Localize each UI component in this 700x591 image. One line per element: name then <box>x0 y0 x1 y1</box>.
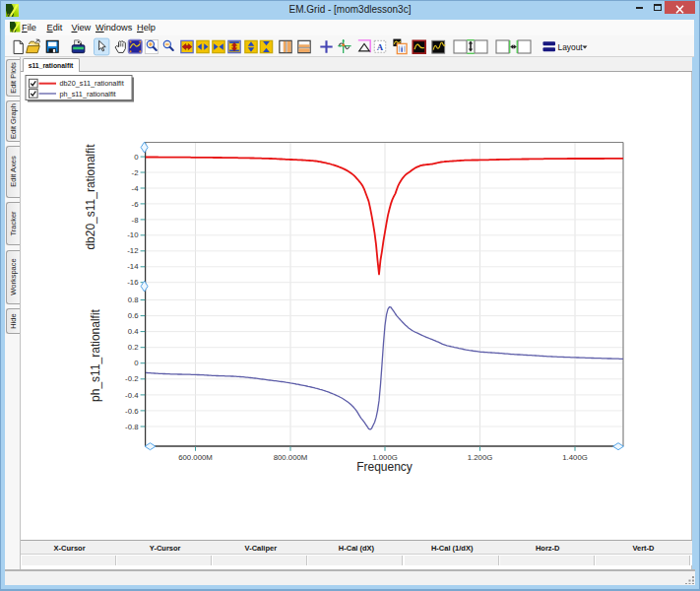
svg-text:ph_s11_rationalfit: ph_s11_rationalfit <box>89 308 102 402</box>
svg-text:0.4: 0.4 <box>128 327 140 336</box>
svg-text:0.2: 0.2 <box>128 343 139 352</box>
svg-text:-14: -14 <box>127 262 139 271</box>
svg-text:-16: -16 <box>127 278 138 287</box>
svg-text:-0.2: -0.2 <box>125 374 138 383</box>
svg-text:ph_s11_rationalfit: ph_s11_rationalfit <box>60 90 116 98</box>
svg-text:-0.6: -0.6 <box>125 407 138 416</box>
svg-text:-10: -10 <box>127 230 139 239</box>
svg-text:-8: -8 <box>132 216 139 225</box>
svg-text:1.400G: 1.400G <box>562 453 588 462</box>
svg-text:1.200G: 1.200G <box>468 453 493 462</box>
svg-text:db20_s11_rationalfit: db20_s11_rationalfit <box>60 79 124 88</box>
svg-text:Frequency: Frequency <box>356 460 413 474</box>
svg-text:db20_s11_rationalfit: db20_s11_rationalfit <box>84 144 97 250</box>
svg-text:600.000M: 600.000M <box>178 453 213 462</box>
svg-text:0: 0 <box>134 153 139 162</box>
svg-text:0.8: 0.8 <box>128 296 139 304</box>
svg-text:-4: -4 <box>132 184 140 193</box>
svg-text:-0.4: -0.4 <box>125 391 139 400</box>
svg-text:-0.8: -0.8 <box>125 423 138 431</box>
svg-text:0: 0 <box>134 359 139 367</box>
svg-text:-12: -12 <box>127 246 138 255</box>
svg-text:-2: -2 <box>132 168 139 177</box>
svg-text:0.6: 0.6 <box>128 311 139 320</box>
svg-text:-6: -6 <box>132 200 139 209</box>
svg-text:800.000M: 800.000M <box>274 453 308 462</box>
